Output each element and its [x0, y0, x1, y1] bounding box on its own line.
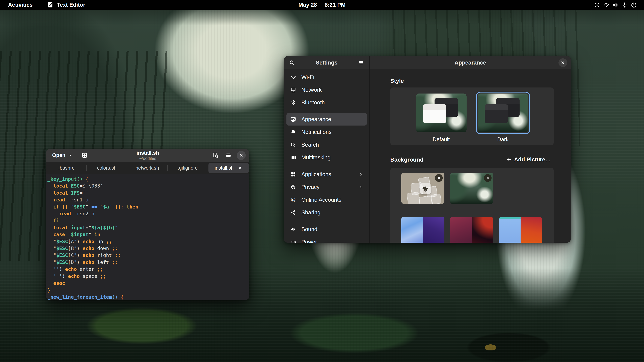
- sidebar-item-wi-fi[interactable]: Wi-Fi: [286, 71, 367, 83]
- editor-tab-network-sh[interactable]: network.sh: [127, 162, 167, 174]
- sidebar-item-sharing[interactable]: Sharing: [286, 206, 367, 219]
- power-icon: [290, 239, 296, 243]
- bluetooth-icon: [290, 99, 296, 106]
- add-picture-button[interactable]: Add Picture…: [503, 155, 554, 164]
- appearance-icon: [290, 116, 296, 122]
- settings-close-button[interactable]: [558, 58, 567, 67]
- document-search-button[interactable]: [211, 151, 220, 160]
- code-line: }: [48, 287, 250, 294]
- add-picture-label: Add Picture…: [514, 156, 551, 163]
- search-icon: [289, 60, 295, 66]
- editor-tab-bashrc[interactable]: .bashrc: [46, 162, 86, 174]
- microphone-icon: [622, 2, 628, 8]
- sidebar-item-appearance[interactable]: Appearance: [286, 113, 367, 125]
- code-line: "$ESC[B") echo down ;;: [48, 245, 250, 252]
- editor-close-button[interactable]: [237, 151, 246, 160]
- applications-icon: [290, 171, 296, 177]
- tab-label: colors.sh: [97, 165, 116, 171]
- sidebar-item-label: Wi-Fi: [301, 74, 314, 80]
- sidebar-item-search[interactable]: Search: [286, 139, 367, 151]
- adwaita-beige-wallpaper[interactable]: [401, 173, 444, 204]
- code-line: if [[ "$ESC" == "$a" ]]; then: [48, 203, 250, 210]
- menu-icon: [225, 152, 232, 159]
- red-wave-wallpaper[interactable]: [450, 217, 493, 243]
- code-line: read -rsn2 b: [48, 210, 250, 217]
- code-line: case "$input" in: [48, 231, 250, 238]
- sidebar-divider: [284, 166, 370, 166]
- sidebar-item-multitasking[interactable]: Multitasking: [286, 151, 367, 164]
- settings-content-pane: Appearance Style DefaultDark Background …: [370, 56, 571, 243]
- sound-icon: [290, 226, 296, 232]
- content-headerbar[interactable]: Appearance: [370, 56, 571, 69]
- style-section-heading: Style: [390, 78, 404, 84]
- sidebar-item-label: Network: [301, 87, 322, 93]
- editor-menu-button[interactable]: [224, 151, 233, 160]
- remove-wallpaper-button[interactable]: [484, 174, 492, 182]
- sidebar-divider: [284, 221, 370, 221]
- wifi-icon: [603, 2, 609, 8]
- clock-time: 8:21 PM: [325, 2, 346, 8]
- sidebar-item-label: Privacy: [301, 184, 320, 190]
- settings-nav-list: Wi-FiNetworkBluetoothAppearanceNotificat…: [284, 69, 370, 243]
- forest-waterfall-wallpaper[interactable]: [450, 173, 493, 204]
- close-icon: [437, 176, 441, 180]
- tab-close-button[interactable]: [237, 165, 243, 171]
- style-option-default[interactable]: Default: [414, 92, 468, 142]
- menu-icon: [358, 60, 364, 66]
- code-editor-area[interactable]: _key_input() { local ESC=$'\033' local I…: [46, 174, 250, 300]
- sidebar-item-applications[interactable]: Applications: [286, 168, 367, 180]
- red-wave-wallpaper-dark-half: [472, 217, 494, 243]
- open-document-button[interactable]: Open: [50, 151, 74, 160]
- blue-geometric-wallpaper-dark-half: [423, 217, 444, 243]
- style-option-dark[interactable]: Dark: [476, 92, 530, 142]
- editor-title-block: install.sh ~/dotfiles: [136, 150, 159, 161]
- sidebar-item-label: Appearance: [301, 116, 331, 122]
- background-section-heading: Background: [390, 156, 424, 163]
- sidebar-item-label: Sound: [301, 226, 317, 232]
- blue-geometric-wallpaper[interactable]: [401, 217, 444, 243]
- chevron-right-icon: [358, 172, 363, 177]
- activities-button[interactable]: Activities: [8, 2, 33, 8]
- remove-wallpaper-button[interactable]: [435, 174, 443, 182]
- red-wave-wallpaper-light-half: [450, 217, 472, 243]
- sidebar-item-sound[interactable]: Sound: [286, 223, 367, 236]
- editor-tab-colors-sh[interactable]: colors.sh: [86, 162, 127, 174]
- style-preview-dark: [478, 93, 528, 132]
- sidebar-item-label: Bluetooth: [301, 99, 325, 106]
- search-icon: [290, 142, 296, 148]
- network-icon: [290, 87, 296, 93]
- selected-style-ring: [476, 92, 530, 134]
- sidebar-headerbar[interactable]: Settings: [284, 56, 370, 69]
- settings-search-button[interactable]: [288, 58, 296, 67]
- editor-tab-install-sh[interactable]: install.sh: [208, 163, 249, 173]
- sidebar-item-network[interactable]: Network: [286, 84, 367, 96]
- tab-label: install.sh: [215, 165, 234, 171]
- sidebar-item-bluetooth[interactable]: Bluetooth: [286, 96, 367, 109]
- editor-headerbar[interactable]: Open install.sh ~/dotfiles: [46, 149, 250, 162]
- settings-sidebar: Settings Wi-FiNetworkBluetoothAppearance…: [284, 56, 370, 243]
- focused-app-menu[interactable]: Text Editor: [47, 1, 85, 8]
- preset-wallpapers-row: [401, 217, 554, 243]
- editor-tab-gitignore[interactable]: .gitignore: [168, 162, 208, 174]
- new-tab-button[interactable]: [80, 151, 89, 160]
- sidebar-item-label: Sharing: [301, 209, 320, 216]
- blue-geometric-wallpaper-light-half: [401, 217, 423, 243]
- privacy-icon: [290, 184, 296, 190]
- tab-label: .gitignore: [178, 165, 198, 171]
- text-editor-icon: [47, 1, 54, 8]
- sidebar-item-online-accounts[interactable]: @Online Accounts: [286, 194, 367, 206]
- sidebar-item-privacy[interactable]: Privacy: [286, 181, 367, 193]
- blue-orange-drip-wallpaper[interactable]: [499, 217, 542, 243]
- sidebar-item-label: Applications: [301, 171, 331, 177]
- clock-button[interactable]: May 28 8:21 PM: [298, 2, 346, 8]
- sidebar-item-power[interactable]: Power: [286, 236, 367, 243]
- wallpaper-tile: [431, 194, 442, 204]
- code-line: local ESC=$'\033': [48, 183, 250, 189]
- settings-menu-button[interactable]: [357, 58, 366, 67]
- sidebar-item-notifications[interactable]: Notifications: [286, 126, 367, 138]
- brightness-icon: [594, 2, 600, 8]
- close-icon: [238, 166, 242, 170]
- tab-label: .bashrc: [58, 165, 74, 171]
- system-status-area[interactable]: [594, 2, 637, 8]
- blue-orange-drip-wallpaper-dark-half: [520, 217, 542, 243]
